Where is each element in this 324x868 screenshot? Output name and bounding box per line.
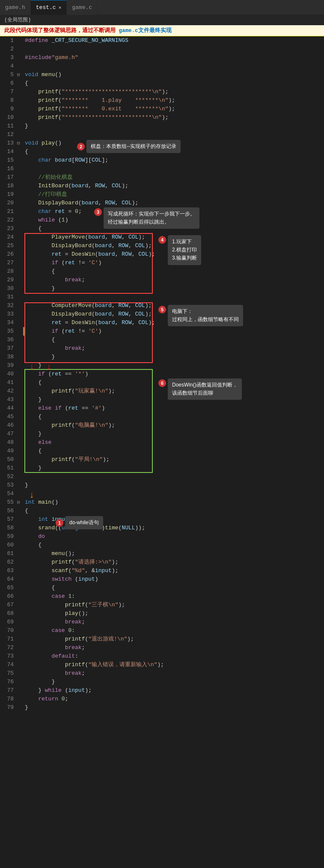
code-line: 20 DisplayBoard(board, ROW, COL); bbox=[0, 199, 324, 207]
fold-icon[interactable]: ⊟ bbox=[17, 498, 23, 507]
code-line: 3 #include"game.h" bbox=[0, 53, 324, 62]
code-line: 68 play(); bbox=[0, 609, 324, 618]
code-area: 1 #define _CRT_SECURE_NO_WARNINGS 2 3 #i… bbox=[0, 36, 324, 712]
code-line: 70 case 0: bbox=[0, 626, 324, 635]
code-line: 72 break; bbox=[0, 644, 324, 652]
code-line: 10 printf("**************************\n"… bbox=[0, 113, 324, 122]
code-line: 74 printf("输入错误，请重新输入\n"); bbox=[0, 661, 324, 669]
code-line: 2 bbox=[0, 45, 324, 53]
code-line: 58 srand((unsigned int)time(NULL)); bbox=[0, 524, 324, 532]
code-wrapper: 1 #define _CRT_SECURE_NO_WARNINGS 2 3 #i… bbox=[0, 36, 324, 712]
breadcrumb: (全局范围) bbox=[0, 15, 324, 25]
annotation-4-text: 1.玩家下 2.棋盘打印 3.输赢判断 bbox=[168, 235, 201, 265]
code-line: 53 } bbox=[0, 481, 324, 490]
code-line: 60 { bbox=[0, 541, 324, 549]
code-line: 45 { bbox=[0, 413, 324, 421]
badge-4: 4 bbox=[158, 236, 166, 244]
code-line: 69 break; bbox=[0, 618, 324, 626]
code-line: 40 if (ret == '*') bbox=[0, 370, 324, 378]
annotation-6-text: DoesWin()函数返回值判断， 该函数细节后面聊 bbox=[168, 378, 242, 400]
code-line: 16 bbox=[0, 165, 324, 173]
code-line: 77 } while (input); bbox=[0, 686, 324, 695]
code-line: 31 bbox=[0, 293, 324, 301]
code-line: 63 scanf("%d", &input); bbox=[0, 567, 324, 575]
annotation-2-text: 棋盘：本质数组--实现棋子的存放记录 bbox=[86, 140, 181, 153]
code-line: 48 else bbox=[0, 438, 324, 447]
tab-test-c[interactable]: test.c ✕ bbox=[31, 0, 67, 15]
code-line: 35 if (ret != 'C') bbox=[0, 327, 324, 336]
code-line: 55 ⊟ int main() bbox=[0, 498, 324, 507]
code-line: 17 //初始化棋盘 bbox=[0, 173, 324, 182]
tab-label: test.c bbox=[36, 4, 56, 11]
annotation-5-text: 电脑下： 过程同上，函数细节略有不同 bbox=[168, 305, 243, 326]
annotation-6: 6 DoesWin()函数返回值判断， 该函数细节后面聊 bbox=[158, 378, 242, 400]
code-line: 64 switch (input) bbox=[0, 575, 324, 584]
code-line: 28 { bbox=[0, 267, 324, 276]
green-bar bbox=[23, 327, 24, 336]
code-line: 30 } bbox=[0, 284, 324, 293]
code-line: 56 { bbox=[0, 507, 324, 515]
code-line: 12 bbox=[0, 130, 324, 139]
code-line: 75 break; bbox=[0, 669, 324, 678]
fold-icon[interactable]: ⊟ bbox=[17, 71, 23, 79]
code-line: 59 do bbox=[0, 532, 324, 541]
code-line: 61 menu(); bbox=[0, 549, 324, 558]
annotation-2: 2 棋盘：本质数组--实现棋子的存放记录 bbox=[77, 140, 181, 153]
banner-red-text: 此段代码体现了整体逻辑思路，通过不断调用 bbox=[4, 27, 116, 34]
code-line: 79 } bbox=[0, 703, 324, 712]
code-line: 5 ⊟ void menu() bbox=[0, 71, 324, 79]
tab-game-h[interactable]: game.h bbox=[0, 0, 31, 15]
code-line: 67 printf("三子棋\n"); bbox=[0, 601, 324, 609]
code-line: 54 bbox=[0, 490, 324, 498]
tab-game-c[interactable]: game.c bbox=[67, 0, 98, 15]
banner-blue-text: game.c文件最终实现 bbox=[116, 27, 172, 34]
code-line: 9 printf("******* 0.exit *******\n"); bbox=[0, 105, 324, 113]
code-line: 7 printf("**************************\n")… bbox=[0, 88, 324, 96]
code-line: 49 { bbox=[0, 447, 324, 455]
code-line: 78 return 0; bbox=[0, 695, 324, 703]
code-line: 62 printf("请选择:>\n"); bbox=[0, 558, 324, 567]
code-line: 6 { bbox=[0, 79, 324, 88]
badge-6: 6 bbox=[158, 379, 166, 387]
fold-icon[interactable]: ⊟ bbox=[17, 139, 23, 148]
code-line: 65 { bbox=[0, 584, 324, 592]
code-line: 71 printf("退出游戏!\n"); bbox=[0, 635, 324, 644]
code-line: 39 } bbox=[0, 361, 324, 370]
tab-bar: game.h test.c ✕ game.c bbox=[0, 0, 324, 15]
code-line: 76 } bbox=[0, 678, 324, 686]
code-line: 52 bbox=[0, 472, 324, 481]
badge-3: 3 bbox=[94, 208, 102, 216]
code-line: 19 //打印棋盘 bbox=[0, 190, 324, 199]
tab-label: game.c bbox=[72, 4, 92, 11]
badge-1: 1 bbox=[56, 519, 63, 527]
annotation-5: 5 电脑下： 过程同上，函数细节略有不同 bbox=[158, 305, 243, 326]
annotation-banner: 此段代码体现了整体逻辑思路，通过不断调用 game.c文件最终实现 bbox=[0, 25, 324, 36]
annotation-1: 1 do-while语句 bbox=[56, 516, 103, 529]
code-line: 11 } bbox=[0, 122, 324, 130]
annotation-1-text: do-while语句 bbox=[65, 516, 103, 529]
tab-label: game.h bbox=[5, 4, 25, 11]
editor-container: game.h test.c ✕ game.c (全局范围) 此段代码体现了整体逻… bbox=[0, 0, 324, 712]
code-line: 18 InitBoard(board, ROW, COL); bbox=[0, 182, 324, 190]
annotation-3-text: 写成死循环：实现你下一步我下一步。 经过输赢判断后得以跳出。 bbox=[104, 207, 199, 229]
badge-5: 5 bbox=[158, 306, 166, 313]
code-line: 47 } bbox=[0, 430, 324, 438]
code-line: 37 break; bbox=[0, 344, 324, 353]
code-line: 4 bbox=[0, 62, 324, 71]
badge-2: 2 bbox=[77, 143, 85, 151]
annotation-4: 4 1.玩家下 2.棋盘打印 3.输赢判断 bbox=[158, 235, 201, 265]
code-line: 51 } bbox=[0, 464, 324, 472]
code-line: 29 break; bbox=[0, 276, 324, 284]
annotation-3: 3 写成死循环：实现你下一步我下一步。 经过输赢判断后得以跳出。 bbox=[94, 207, 199, 229]
code-line: 50 printf("平局!\n"); bbox=[0, 455, 324, 464]
code-line: 36 { bbox=[0, 336, 324, 344]
close-icon[interactable]: ✕ bbox=[59, 5, 62, 10]
code-line: 57 int input = 0; bbox=[0, 515, 324, 524]
code-line: 1 #define _CRT_SECURE_NO_WARNINGS bbox=[0, 36, 324, 45]
code-line: 44 else if (ret == '#') bbox=[0, 404, 324, 413]
code-line: 8 printf("******* 1.play *******\n"); bbox=[0, 96, 324, 105]
code-line: 46 printf("电脑赢!\n"); bbox=[0, 421, 324, 430]
code-line: 66 case 1: bbox=[0, 592, 324, 601]
code-line: 38 } bbox=[0, 353, 324, 361]
code-line: 15 char board[ROW][COL]; bbox=[0, 156, 324, 165]
